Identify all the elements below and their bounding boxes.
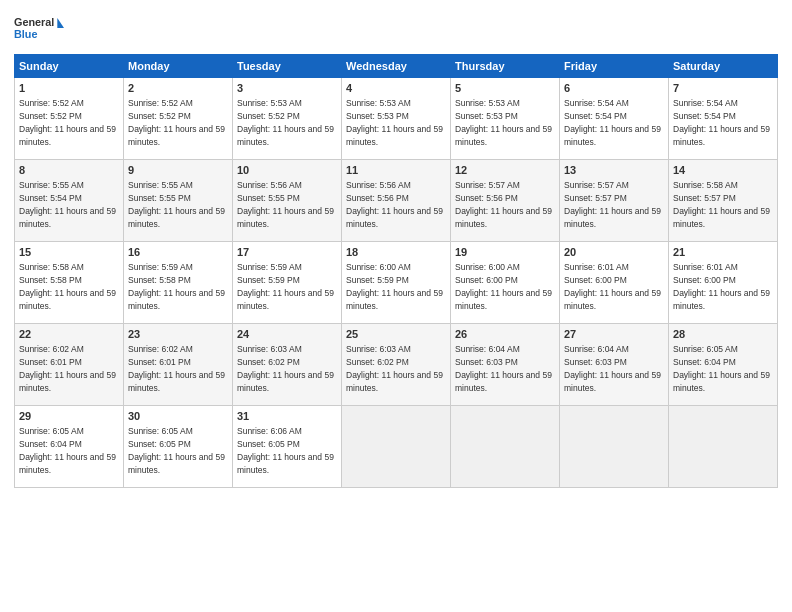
- weekday-header: Monday: [124, 55, 233, 78]
- day-number: 6: [564, 81, 664, 96]
- calendar-day-cell: 13 Sunrise: 5:57 AMSunset: 5:57 PMDaylig…: [560, 160, 669, 242]
- svg-text:Blue: Blue: [14, 28, 37, 40]
- day-number: 16: [128, 245, 228, 260]
- day-number: 20: [564, 245, 664, 260]
- day-number: 26: [455, 327, 555, 342]
- calendar-day-cell: 10 Sunrise: 5:56 AMSunset: 5:55 PMDaylig…: [233, 160, 342, 242]
- calendar-day-cell: 22 Sunrise: 6:02 AMSunset: 6:01 PMDaylig…: [15, 324, 124, 406]
- day-info: Sunrise: 5:55 AMSunset: 5:54 PMDaylight:…: [19, 180, 116, 229]
- day-info: Sunrise: 6:05 AMSunset: 6:04 PMDaylight:…: [19, 426, 116, 475]
- calendar-day-cell: 16 Sunrise: 5:59 AMSunset: 5:58 PMDaylig…: [124, 242, 233, 324]
- calendar-table: SundayMondayTuesdayWednesdayThursdayFrid…: [14, 54, 778, 488]
- day-number: 14: [673, 163, 773, 178]
- day-number: 17: [237, 245, 337, 260]
- calendar-day-cell: 25 Sunrise: 6:03 AMSunset: 6:02 PMDaylig…: [342, 324, 451, 406]
- calendar-day-cell: 12 Sunrise: 5:57 AMSunset: 5:56 PMDaylig…: [451, 160, 560, 242]
- logo: General Blue: [14, 10, 64, 46]
- weekday-header: Saturday: [669, 55, 778, 78]
- day-number: 11: [346, 163, 446, 178]
- calendar-week-row: 22 Sunrise: 6:02 AMSunset: 6:01 PMDaylig…: [15, 324, 778, 406]
- day-number: 30: [128, 409, 228, 424]
- calendar-day-cell: 24 Sunrise: 6:03 AMSunset: 6:02 PMDaylig…: [233, 324, 342, 406]
- day-number: 23: [128, 327, 228, 342]
- calendar-day-cell: 8 Sunrise: 5:55 AMSunset: 5:54 PMDayligh…: [15, 160, 124, 242]
- calendar-day-cell: 29 Sunrise: 6:05 AMSunset: 6:04 PMDaylig…: [15, 406, 124, 488]
- calendar-body: 1 Sunrise: 5:52 AMSunset: 5:52 PMDayligh…: [15, 78, 778, 488]
- day-info: Sunrise: 5:53 AMSunset: 5:53 PMDaylight:…: [455, 98, 552, 147]
- calendar-day-cell: [342, 406, 451, 488]
- day-number: 31: [237, 409, 337, 424]
- weekday-header: Tuesday: [233, 55, 342, 78]
- day-info: Sunrise: 5:54 AMSunset: 5:54 PMDaylight:…: [564, 98, 661, 147]
- day-info: Sunrise: 5:56 AMSunset: 5:56 PMDaylight:…: [346, 180, 443, 229]
- day-number: 24: [237, 327, 337, 342]
- calendar-day-cell: 6 Sunrise: 5:54 AMSunset: 5:54 PMDayligh…: [560, 78, 669, 160]
- svg-marker-2: [57, 18, 64, 28]
- calendar-day-cell: 27 Sunrise: 6:04 AMSunset: 6:03 PMDaylig…: [560, 324, 669, 406]
- calendar-day-cell: 18 Sunrise: 6:00 AMSunset: 5:59 PMDaylig…: [342, 242, 451, 324]
- day-info: Sunrise: 6:06 AMSunset: 6:05 PMDaylight:…: [237, 426, 334, 475]
- calendar-day-cell: 14 Sunrise: 5:58 AMSunset: 5:57 PMDaylig…: [669, 160, 778, 242]
- logo-svg: General Blue: [14, 10, 64, 46]
- day-info: Sunrise: 6:02 AMSunset: 6:01 PMDaylight:…: [19, 344, 116, 393]
- day-info: Sunrise: 6:05 AMSunset: 6:05 PMDaylight:…: [128, 426, 225, 475]
- calendar-day-cell: 17 Sunrise: 5:59 AMSunset: 5:59 PMDaylig…: [233, 242, 342, 324]
- day-info: Sunrise: 5:57 AMSunset: 5:57 PMDaylight:…: [564, 180, 661, 229]
- calendar-day-cell: 19 Sunrise: 6:00 AMSunset: 6:00 PMDaylig…: [451, 242, 560, 324]
- day-number: 3: [237, 81, 337, 96]
- calendar-day-cell: 15 Sunrise: 5:58 AMSunset: 5:58 PMDaylig…: [15, 242, 124, 324]
- day-info: Sunrise: 5:56 AMSunset: 5:55 PMDaylight:…: [237, 180, 334, 229]
- calendar-day-cell: [451, 406, 560, 488]
- day-number: 5: [455, 81, 555, 96]
- day-info: Sunrise: 5:58 AMSunset: 5:57 PMDaylight:…: [673, 180, 770, 229]
- day-number: 18: [346, 245, 446, 260]
- day-number: 27: [564, 327, 664, 342]
- calendar-day-cell: 21 Sunrise: 6:01 AMSunset: 6:00 PMDaylig…: [669, 242, 778, 324]
- day-info: Sunrise: 6:01 AMSunset: 6:00 PMDaylight:…: [673, 262, 770, 311]
- weekday-row: SundayMondayTuesdayWednesdayThursdayFrid…: [15, 55, 778, 78]
- calendar-day-cell: 7 Sunrise: 5:54 AMSunset: 5:54 PMDayligh…: [669, 78, 778, 160]
- day-number: 2: [128, 81, 228, 96]
- calendar-week-row: 1 Sunrise: 5:52 AMSunset: 5:52 PMDayligh…: [15, 78, 778, 160]
- calendar-day-cell: 9 Sunrise: 5:55 AMSunset: 5:55 PMDayligh…: [124, 160, 233, 242]
- day-number: 1: [19, 81, 119, 96]
- day-number: 7: [673, 81, 773, 96]
- day-number: 19: [455, 245, 555, 260]
- day-info: Sunrise: 6:00 AMSunset: 6:00 PMDaylight:…: [455, 262, 552, 311]
- day-number: 9: [128, 163, 228, 178]
- header: General Blue: [14, 10, 778, 46]
- day-number: 28: [673, 327, 773, 342]
- day-info: Sunrise: 6:02 AMSunset: 6:01 PMDaylight:…: [128, 344, 225, 393]
- day-info: Sunrise: 5:52 AMSunset: 5:52 PMDaylight:…: [128, 98, 225, 147]
- calendar-header: SundayMondayTuesdayWednesdayThursdayFrid…: [15, 55, 778, 78]
- weekday-header: Thursday: [451, 55, 560, 78]
- svg-text:General: General: [14, 16, 54, 28]
- day-number: 8: [19, 163, 119, 178]
- calendar-day-cell: 26 Sunrise: 6:04 AMSunset: 6:03 PMDaylig…: [451, 324, 560, 406]
- calendar-day-cell: 11 Sunrise: 5:56 AMSunset: 5:56 PMDaylig…: [342, 160, 451, 242]
- weekday-header: Friday: [560, 55, 669, 78]
- day-number: 29: [19, 409, 119, 424]
- day-info: Sunrise: 5:54 AMSunset: 5:54 PMDaylight:…: [673, 98, 770, 147]
- day-info: Sunrise: 6:05 AMSunset: 6:04 PMDaylight:…: [673, 344, 770, 393]
- calendar-day-cell: 4 Sunrise: 5:53 AMSunset: 5:53 PMDayligh…: [342, 78, 451, 160]
- day-info: Sunrise: 5:53 AMSunset: 5:53 PMDaylight:…: [346, 98, 443, 147]
- day-info: Sunrise: 6:04 AMSunset: 6:03 PMDaylight:…: [564, 344, 661, 393]
- calendar-day-cell: 1 Sunrise: 5:52 AMSunset: 5:52 PMDayligh…: [15, 78, 124, 160]
- calendar-week-row: 15 Sunrise: 5:58 AMSunset: 5:58 PMDaylig…: [15, 242, 778, 324]
- calendar-day-cell: 23 Sunrise: 6:02 AMSunset: 6:01 PMDaylig…: [124, 324, 233, 406]
- calendar-day-cell: 3 Sunrise: 5:53 AMSunset: 5:52 PMDayligh…: [233, 78, 342, 160]
- day-info: Sunrise: 5:55 AMSunset: 5:55 PMDaylight:…: [128, 180, 225, 229]
- weekday-header: Wednesday: [342, 55, 451, 78]
- calendar-day-cell: 30 Sunrise: 6:05 AMSunset: 6:05 PMDaylig…: [124, 406, 233, 488]
- calendar-day-cell: 2 Sunrise: 5:52 AMSunset: 5:52 PMDayligh…: [124, 78, 233, 160]
- calendar-day-cell: [560, 406, 669, 488]
- calendar-week-row: 8 Sunrise: 5:55 AMSunset: 5:54 PMDayligh…: [15, 160, 778, 242]
- day-info: Sunrise: 6:01 AMSunset: 6:00 PMDaylight:…: [564, 262, 661, 311]
- day-number: 10: [237, 163, 337, 178]
- day-info: Sunrise: 6:04 AMSunset: 6:03 PMDaylight:…: [455, 344, 552, 393]
- day-number: 12: [455, 163, 555, 178]
- calendar-day-cell: 20 Sunrise: 6:01 AMSunset: 6:00 PMDaylig…: [560, 242, 669, 324]
- calendar-day-cell: 5 Sunrise: 5:53 AMSunset: 5:53 PMDayligh…: [451, 78, 560, 160]
- day-info: Sunrise: 6:00 AMSunset: 5:59 PMDaylight:…: [346, 262, 443, 311]
